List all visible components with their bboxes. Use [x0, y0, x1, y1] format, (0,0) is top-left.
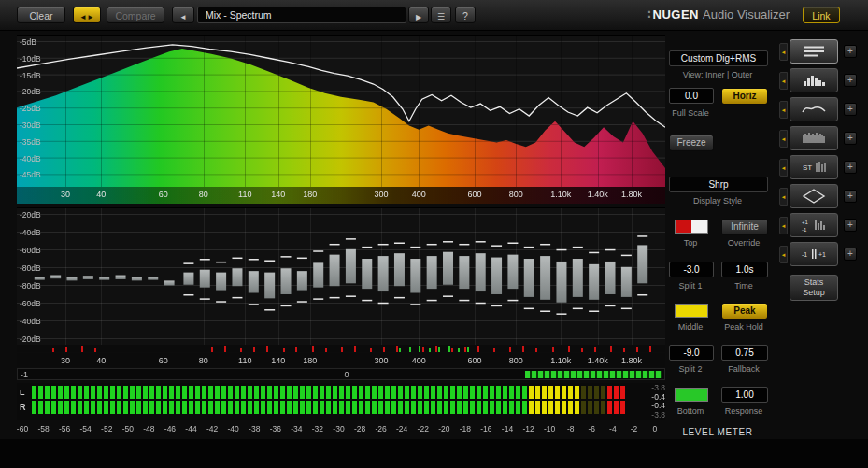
horiz-button[interactable]: Horiz	[721, 88, 768, 105]
peak-tick	[399, 348, 401, 352]
add-view-button[interactable]: +	[844, 45, 857, 58]
mode-selector[interactable]: Custom Dig+RMS	[669, 50, 768, 66]
link-button[interactable]: Link	[803, 7, 840, 23]
response-value[interactable]: 1.00	[721, 387, 768, 403]
peak-hold-button[interactable]: Peak	[721, 303, 768, 319]
full-scale-value[interactable]: 0.0	[669, 88, 714, 104]
peak-tick	[419, 346, 420, 352]
peak-tick	[325, 348, 327, 352]
view-select-balance[interactable]: +1-1	[790, 213, 838, 237]
preset-list-button[interactable]: ☰	[431, 7, 451, 23]
scale-label: -16	[480, 424, 491, 433]
view-slot-6: ◂ +	[779, 184, 868, 209]
spectrum-canvas	[17, 36, 665, 188]
peak-tick	[535, 348, 537, 352]
peak-tick	[493, 348, 495, 352]
view-select-spectrogram[interactable]	[790, 126, 838, 150]
preset-selector[interactable]: Mix - Spectrum	[197, 7, 406, 23]
expand-arrow[interactable]: ◂	[779, 72, 788, 90]
freq-label: 400	[412, 190, 426, 199]
bottom-label: Bottom	[669, 406, 712, 416]
middle-color-swatch[interactable]	[675, 304, 708, 318]
add-view-button[interactable]: +	[844, 103, 857, 116]
histogram-canvas	[17, 208, 665, 345]
view-mode-label: View: Inner | Outer	[669, 70, 766, 79]
play-button[interactable]: ▶	[408, 7, 429, 23]
view-select-spectrum[interactable]	[790, 97, 838, 121]
compare-button[interactable]: Compare	[107, 7, 164, 23]
top-label: Top	[669, 238, 712, 248]
meter-lines-icon	[800, 43, 828, 60]
add-view-button[interactable]: +	[844, 219, 857, 232]
peak-tick	[435, 346, 437, 352]
stats-setup-button[interactable]: Stats Setup	[790, 275, 838, 301]
freq-strip-1: 304060801101401803004006008001.10k1.40k1…	[17, 187, 665, 204]
freq-label: 40	[96, 190, 106, 199]
view-select-stereo-spectrum[interactable]: ST	[790, 155, 838, 179]
expand-arrow[interactable]: ◂	[779, 246, 788, 263]
view-select-histogram[interactable]	[790, 68, 838, 92]
ab-toggle-button[interactable]: ◄►	[73, 7, 101, 23]
freq-label: 300	[375, 356, 389, 365]
peak-ticks	[17, 345, 665, 352]
scale-label: -24	[396, 424, 407, 433]
peak-tick	[594, 347, 596, 353]
channel-label-right: R	[20, 403, 26, 412]
override-button[interactable]: Infinite	[721, 219, 768, 235]
scale-label: -58	[37, 424, 49, 433]
peak-tick	[295, 347, 297, 353]
freq-label: 1.40k	[588, 190, 608, 199]
expand-arrow[interactable]: ◂	[779, 43, 788, 61]
freq-label: 40	[96, 356, 106, 365]
peak-tick	[451, 348, 453, 352]
chevron-left-icon: ◂	[782, 49, 786, 55]
view-select-vectorscope[interactable]	[790, 184, 838, 208]
freq-label: 60	[159, 190, 168, 199]
add-view-button[interactable]: +	[844, 132, 857, 145]
minus-one-label: -1	[802, 251, 807, 258]
expand-arrow[interactable]: ◂	[779, 159, 788, 177]
scale-label: -36	[270, 424, 281, 433]
bottom-color-swatch[interactable]	[675, 388, 708, 402]
view-select-correlation[interactable]: -1+1	[790, 242, 838, 266]
peak-tick	[224, 346, 226, 352]
scale-label: -6	[589, 424, 596, 433]
time-value[interactable]: 1.0s	[721, 262, 768, 277]
fallback-value[interactable]: 0.75	[721, 345, 768, 361]
add-view-button[interactable]: +	[844, 161, 857, 174]
channel-label-left: L	[20, 388, 25, 397]
expand-arrow[interactable]: ◂	[779, 130, 788, 148]
add-view-button[interactable]: +	[844, 248, 857, 261]
peak-tick	[396, 346, 398, 352]
view-slot-3: ◂ +	[779, 97, 868, 122]
view-slot-2: ◂ +	[779, 68, 868, 93]
plus-one-label: +1	[818, 251, 826, 258]
add-view-button[interactable]: +	[844, 74, 857, 87]
correlation-range-icon: -1+1	[800, 246, 828, 262]
spectrum-wave-icon	[800, 101, 828, 118]
expand-arrow[interactable]: ◂	[779, 217, 788, 234]
scale-label: -26	[375, 424, 386, 433]
freq-label: 140	[271, 356, 285, 365]
peak-tick	[253, 347, 255, 353]
peak-tick	[65, 347, 67, 353]
top-color-swatch[interactable]	[675, 220, 708, 234]
scale-label: -38	[249, 424, 260, 433]
add-view-button[interactable]: +	[844, 190, 857, 203]
view-select-meter[interactable]	[790, 39, 838, 64]
freeze-button[interactable]: Freeze	[669, 135, 714, 151]
expand-arrow[interactable]: ◂	[779, 188, 788, 206]
clear-button[interactable]: Clear	[17, 7, 65, 23]
analyzer-area: -5dB-10dB-15dB-20dB-25dB-30dB-35dB-40dB-…	[17, 35, 665, 439]
bottom-margin	[0, 439, 868, 468]
preset-prev-button[interactable]: ◄	[172, 7, 194, 23]
help-button[interactable]: ?	[455, 7, 476, 23]
split1-value[interactable]: -3.0	[669, 262, 714, 277]
display-style-selector[interactable]: Shrp	[669, 177, 768, 192]
histogram-panel: -20dB-40dB-60dB-80dB-80dB-60dB-40dB-20dB	[17, 207, 665, 345]
scale-label: -34	[291, 424, 302, 433]
peak-tick	[341, 347, 343, 353]
expand-arrow[interactable]: ◂	[779, 101, 788, 119]
split2-value[interactable]: -9.0	[669, 345, 714, 361]
peak-tick	[354, 346, 356, 352]
